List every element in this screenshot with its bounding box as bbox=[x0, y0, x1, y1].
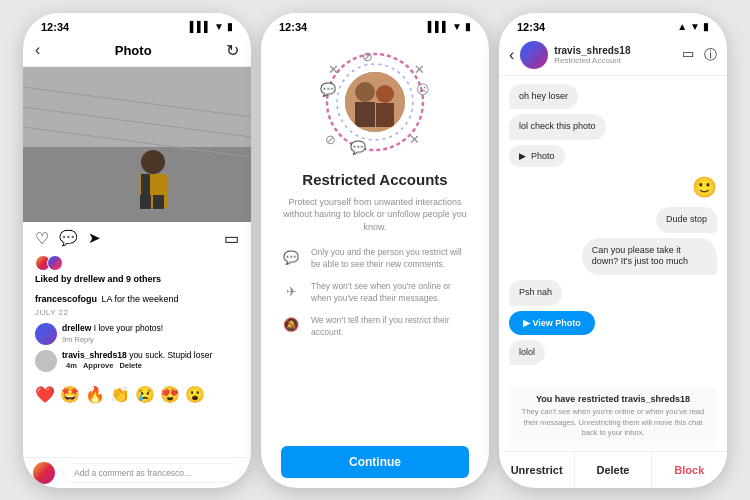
phone-chat: 12:34 ▲ ▼ ▮ ‹ travis_shreds18 Restricted… bbox=[499, 13, 727, 488]
commenter-avatar-1 bbox=[35, 323, 57, 345]
msg-6: Psh nah bbox=[509, 280, 562, 306]
status-icons-3: ▲ ▼ ▮ bbox=[677, 21, 709, 32]
emoji-wow[interactable]: 😮 bbox=[185, 385, 205, 404]
chat-username: travis_shreds18 bbox=[554, 45, 676, 56]
wifi-icon: ▼ bbox=[214, 21, 224, 32]
info-icon[interactable]: ⓘ bbox=[704, 46, 717, 64]
unrestrict-button[interactable]: Unrestrict bbox=[499, 452, 575, 488]
back-button[interactable]: ‹ bbox=[35, 41, 40, 59]
bookmark-icon[interactable]: ▭ bbox=[224, 229, 239, 248]
comment-meta-2: 4m Approve Delete bbox=[62, 361, 212, 370]
post-caption-text: LA for the weekend bbox=[101, 294, 178, 304]
like-icon[interactable]: ♡ bbox=[35, 229, 49, 248]
comment-meta-1: 9m Reply bbox=[62, 335, 163, 344]
emoji-fire[interactable]: 🔥 bbox=[85, 385, 105, 404]
block-button[interactable]: Block bbox=[652, 452, 727, 488]
feature-3-icon: 🔕 bbox=[281, 315, 301, 335]
liked-by-text: Liked by drellew and 9 others bbox=[23, 274, 251, 288]
comment-icon[interactable]: 💬 bbox=[59, 229, 78, 248]
my-avatar bbox=[33, 462, 55, 484]
notice-text: They can't see when you're online or whe… bbox=[519, 407, 707, 439]
phone-restricted: 12:34 ▌▌▌ ▼ ▮ ⊘ ✕ ☹ bbox=[261, 13, 489, 488]
feature-3-text: We won't tell them if you restrict their… bbox=[311, 315, 469, 339]
emoji-face: 🙂 bbox=[692, 176, 717, 198]
battery-icon-3: ▮ bbox=[703, 21, 709, 32]
msg-5: Can you please take it down? It's just t… bbox=[582, 238, 717, 275]
post-photo bbox=[23, 67, 251, 222]
restrict-avatar-ring: ⊘ ✕ ☹ ✕ 💬 ⊘ 💬 ✕ bbox=[320, 47, 430, 157]
user-header-info: travis_shreds18 Restricted Account bbox=[554, 45, 676, 65]
feature-3: 🔕 We won't tell them if you restrict the… bbox=[281, 315, 469, 339]
comment-row-2: travis_shreds18 you suck. Stupid loser 4… bbox=[35, 350, 239, 372]
msg-7: lolol bbox=[509, 340, 545, 366]
chat-avatar[interactable] bbox=[520, 41, 548, 69]
comment-content-1: drellew I love your photos! 9m Reply bbox=[62, 323, 163, 344]
action-icons-left: ♡ 💬 ➤ bbox=[35, 229, 101, 248]
feature-2-text: They won't see when you're online or whe… bbox=[311, 281, 469, 305]
feature-1: 💬 Only you and the person you restrict w… bbox=[281, 247, 469, 271]
comment-body-2: you suck. Stupid loser bbox=[129, 350, 212, 360]
time-2: 12:34 bbox=[279, 21, 307, 33]
refresh-icon[interactable]: ↻ bbox=[226, 41, 239, 60]
svg-point-13 bbox=[355, 82, 375, 102]
msg-2: lol check this photo bbox=[509, 114, 606, 140]
msg-4: Dude stop bbox=[656, 207, 717, 233]
photo-bubble: ▶ Photo bbox=[509, 145, 565, 167]
photo-svg bbox=[23, 67, 251, 222]
restrict-notice: You have restricted travis_shreds18 They… bbox=[509, 386, 717, 447]
share-icon[interactable]: ➤ bbox=[88, 229, 101, 248]
post-username[interactable]: francescofogu bbox=[35, 294, 97, 304]
battery-icon-2: ▮ bbox=[465, 21, 471, 32]
emoji-clap[interactable]: 👏 bbox=[110, 385, 130, 404]
liked-avatars bbox=[23, 255, 251, 271]
fi-7: 💬 bbox=[320, 82, 336, 97]
feature-2-icon: ✈ bbox=[281, 281, 301, 301]
status-bar-1: 12:34 ▌▌▌ ▼ ▮ bbox=[23, 13, 251, 37]
svg-rect-1 bbox=[23, 147, 251, 222]
comment-input-row: Add a comment as francesco... bbox=[23, 457, 251, 488]
signal-icon-2: ▌▌▌ bbox=[428, 21, 449, 32]
msg-1: oh hey loser bbox=[509, 84, 578, 110]
fi-1: ⊘ bbox=[362, 49, 373, 64]
emoji-heart[interactable]: ❤️ bbox=[35, 385, 55, 404]
notice-title: You have restricted travis_shreds18 bbox=[519, 394, 707, 404]
status-icons-2: ▌▌▌ ▼ ▮ bbox=[428, 21, 471, 32]
comment-text-2: travis_shreds18 you suck. Stupid loser bbox=[62, 350, 212, 361]
comment-text-1: drellew I love your photos! bbox=[62, 323, 163, 334]
continue-button[interactable]: Continue bbox=[281, 446, 469, 478]
center-avatar bbox=[345, 72, 405, 132]
feature-1-icon: 💬 bbox=[281, 247, 301, 267]
emoji-sad[interactable]: 😢 bbox=[135, 385, 155, 404]
fi-6: ⊘ bbox=[325, 132, 336, 147]
status-bar-2: 12:34 ▌▌▌ ▼ ▮ bbox=[261, 13, 489, 37]
signal-icon-3: ▲ bbox=[677, 21, 687, 32]
back-button-3[interactable]: ‹ bbox=[509, 46, 514, 64]
time-1: 12:34 bbox=[41, 21, 69, 33]
emoji-star[interactable]: 🤩 bbox=[60, 385, 80, 404]
commenter-avatar-2 bbox=[35, 350, 57, 372]
delete-button[interactable]: Delete bbox=[119, 361, 142, 370]
emoji-love[interactable]: 😍 bbox=[160, 385, 180, 404]
feature-2: ✈ They won't see when you're online or w… bbox=[281, 281, 469, 305]
video-icon[interactable]: ▭ bbox=[682, 46, 694, 64]
comment-input[interactable]: Add a comment as francesco... bbox=[63, 463, 241, 483]
view-photo-button[interactable]: ▶ View Photo bbox=[509, 311, 595, 335]
restricted-desc: Protect yourself from unwanted interacti… bbox=[281, 196, 469, 234]
avatar-2 bbox=[47, 255, 63, 271]
svg-point-5 bbox=[141, 150, 165, 174]
fi-3: ☹ bbox=[416, 82, 430, 97]
svg-rect-8 bbox=[140, 195, 151, 209]
wifi-icon-3: ▼ bbox=[690, 21, 700, 32]
svg-rect-9 bbox=[153, 195, 164, 209]
delete-button-3[interactable]: Delete bbox=[575, 452, 651, 488]
comment-content-2: travis_shreds18 you suck. Stupid loser 4… bbox=[62, 350, 212, 370]
restricted-content: ⊘ ✕ ☹ ✕ 💬 ⊘ 💬 ✕ bbox=[261, 37, 489, 488]
feature-1-text: Only you and the person you restrict wil… bbox=[311, 247, 469, 271]
header-title: Photo bbox=[115, 43, 152, 58]
approve-button[interactable]: Approve bbox=[83, 361, 113, 370]
emoji-row: ❤️ 🤩 🔥 👏 😢 😍 😮 bbox=[23, 379, 251, 410]
fi-8: ✕ bbox=[328, 62, 339, 77]
svg-rect-16 bbox=[376, 103, 394, 127]
restricted-title: Restricted Accounts bbox=[302, 171, 447, 188]
header-icons: ▭ ⓘ bbox=[682, 46, 717, 64]
